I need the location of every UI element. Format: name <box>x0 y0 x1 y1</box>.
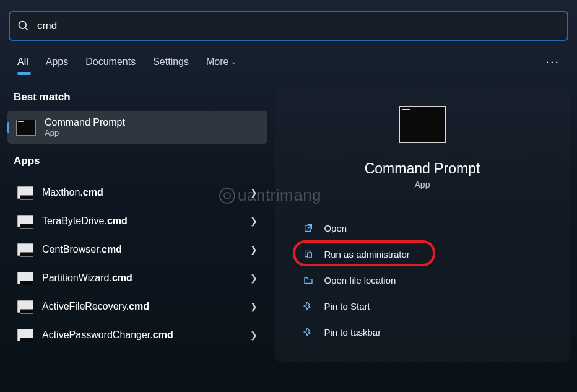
best-match-item[interactable]: Command Prompt App <box>7 111 267 144</box>
open-icon <box>303 222 314 233</box>
cmd-file-icon <box>17 329 33 341</box>
best-match-text: Command Prompt App <box>45 117 125 137</box>
best-match-title: Command Prompt <box>45 117 125 128</box>
action-pin-taskbar-label: Pin to taskbar <box>324 327 381 338</box>
app-item[interactable]: Maxthon.cmd❯ <box>7 178 267 207</box>
pin-icon <box>303 300 314 311</box>
chevron-right-icon: ❯ <box>250 273 258 283</box>
cmd-file-icon <box>17 215 33 227</box>
action-pin-taskbar[interactable]: Pin to taskbar <box>298 320 546 344</box>
chevron-down-icon: ⌄ <box>231 58 236 66</box>
app-item-label: PartitionWizard.cmd <box>42 272 241 284</box>
details-app-icon <box>399 106 446 143</box>
section-apps-title: Apps <box>7 144 267 175</box>
app-item[interactable]: ActivePasswordChanger.cmd❯ <box>7 321 267 349</box>
action-open-label: Open <box>324 223 347 233</box>
svg-line-1 <box>25 28 28 30</box>
shield-icon <box>303 248 314 259</box>
action-open-location[interactable]: Open file location <box>298 268 546 292</box>
search-bar[interactable] <box>9 11 568 41</box>
action-run-admin-label: Run as administrator <box>324 249 409 259</box>
app-item[interactable]: ActiveFileRecovery.cmd❯ <box>7 292 267 321</box>
results-left-column: Best match Command Prompt App Apps Maxth… <box>7 87 267 362</box>
app-item-label: ActivePasswordChanger.cmd <box>42 329 241 341</box>
app-item-label: Maxthon.cmd <box>42 187 241 198</box>
chevron-right-icon: ❯ <box>250 216 258 226</box>
tab-apps[interactable]: Apps <box>46 56 68 75</box>
action-pin-start-label: Pin to Start <box>324 301 370 311</box>
section-best-match-title: Best match <box>7 87 267 111</box>
app-item-label: TeraByteDrive.cmd <box>42 216 241 227</box>
tab-more[interactable]: More ⌄ <box>206 56 236 75</box>
chevron-right-icon: ❯ <box>250 302 258 311</box>
app-item-label: CentBrowser.cmd <box>42 244 241 255</box>
command-prompt-icon <box>16 120 36 136</box>
actions-list: Open Run as administrator Open file loca… <box>298 216 546 344</box>
action-open-location-label: Open file location <box>324 275 396 285</box>
svg-point-0 <box>19 22 27 29</box>
best-match-subtitle: App <box>45 128 125 137</box>
action-pin-start[interactable]: Pin to Start <box>298 294 546 318</box>
tab-all[interactable]: All <box>17 56 28 75</box>
svg-rect-4 <box>308 253 312 258</box>
app-item[interactable]: TeraByteDrive.cmd❯ <box>7 207 267 235</box>
details-subtitle: App <box>415 180 430 189</box>
action-open[interactable]: Open <box>298 216 546 240</box>
cmd-file-icon <box>17 300 33 313</box>
tab-more-label: More <box>206 56 228 68</box>
results-content: Best match Command Prompt App Apps Maxth… <box>0 76 577 362</box>
cmd-file-icon <box>17 186 33 199</box>
app-item-label: ActiveFileRecovery.cmd <box>42 301 241 312</box>
filter-tabs: All Apps Documents Settings More ⌄ ··· <box>0 41 577 76</box>
cmd-file-icon <box>17 243 33 256</box>
pin-icon <box>303 326 314 338</box>
details-title: Command Prompt <box>365 160 480 177</box>
more-options-button[interactable]: ··· <box>545 54 560 76</box>
app-item[interactable]: PartitionWizard.cmd❯ <box>7 264 267 292</box>
details-panel: Command Prompt App Open Run as administr… <box>275 87 570 362</box>
apps-list: Maxthon.cmd❯TeraByteDrive.cmd❯CentBrowse… <box>7 175 267 349</box>
app-item[interactable]: CentBrowser.cmd❯ <box>7 235 267 264</box>
chevron-right-icon: ❯ <box>250 245 258 255</box>
action-run-admin[interactable]: Run as administrator <box>298 242 546 266</box>
search-icon <box>17 20 30 32</box>
tab-settings[interactable]: Settings <box>153 56 189 75</box>
cmd-file-icon <box>17 272 33 284</box>
search-input[interactable] <box>37 20 560 32</box>
folder-icon <box>303 274 314 285</box>
chevron-right-icon: ❯ <box>250 330 258 340</box>
tab-documents[interactable]: Documents <box>85 56 136 75</box>
chevron-right-icon: ❯ <box>250 188 258 198</box>
divider <box>298 206 546 206</box>
